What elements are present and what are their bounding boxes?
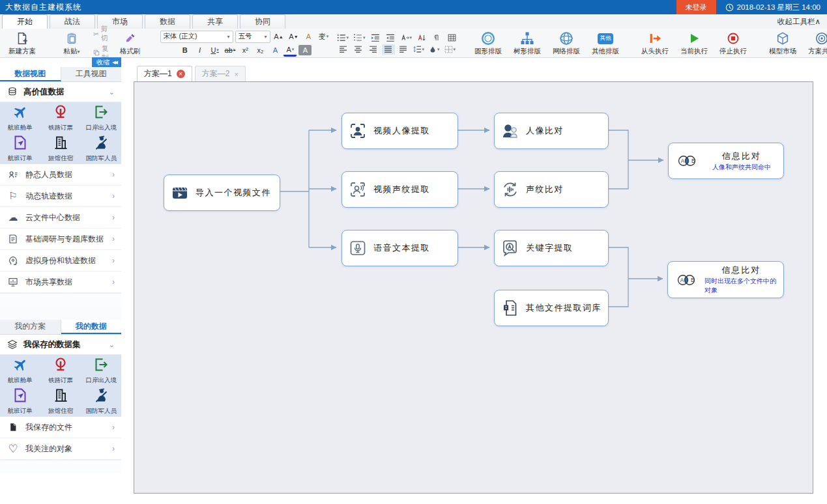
other-layout-button[interactable]: 其他 其他排版 <box>586 30 625 57</box>
voiceprint-compare-icon <box>495 180 526 199</box>
paste-button[interactable]: 粘贴▾ <box>52 30 91 57</box>
tile-military-personnel[interactable]: 国防军人员 <box>81 386 121 416</box>
new-plan-button[interactable]: 新建方案 <box>3 30 42 57</box>
run-current-button[interactable]: 当前执行 <box>675 30 714 57</box>
tile-hotel-stay[interactable]: 旅馆住宿 <box>40 386 80 416</box>
tile-rail-ticket[interactable]: 铁路订票 <box>40 356 80 385</box>
italic-button[interactable]: I <box>194 45 207 55</box>
line-spacing-button[interactable]: ▾ <box>412 44 426 55</box>
char-border-button[interactable]: A <box>268 45 282 55</box>
category-virtual-identity[interactable]: 虚拟身份和轨迹数据 › <box>0 250 121 272</box>
font-size-select[interactable]: 五号 ▾ <box>235 31 270 43</box>
tile-hotel-stay[interactable]: 旅馆住宿 <box>40 133 80 163</box>
category-research-library[interactable]: 基础调研与专题库数据 › <box>0 229 121 250</box>
align-distribute-button[interactable] <box>397 44 410 55</box>
underline-button[interactable]: U▾ <box>209 45 222 55</box>
tab-data-view[interactable]: 数据视图 <box>0 67 61 81</box>
circle-layout-button[interactable]: 圆形排版 <box>469 30 508 57</box>
node-voiceprint-compare[interactable]: 声纹比对 <box>494 171 609 208</box>
align-right-button[interactable] <box>367 44 380 55</box>
menu-tab-share[interactable]: 共享 <box>192 14 238 29</box>
numbered-list-button[interactable]: ▾ <box>352 33 367 43</box>
node-keyword-extract[interactable]: 关键字提取 <box>494 230 609 266</box>
tile-border-entry-exit[interactable]: 口岸出入境 <box>81 103 121 133</box>
category-static-persons[interactable]: 静态人员数据 › <box>0 164 121 186</box>
category-cloud-files[interactable]: ☁ 云文件中心数据 › <box>0 207 121 229</box>
menu-tab-data[interactable]: 数据 <box>145 14 190 29</box>
plan-share-button[interactable]: 方案共享 <box>802 30 827 57</box>
align-justify-button[interactable] <box>382 44 395 55</box>
saved-tile-grid: 航班舱单 铁路订票 口岸出入境 航班订单 旅馆住宿 国防军人员 <box>0 355 121 417</box>
section-saved-datasets[interactable]: 我保存的数据集 ⌄ <box>0 335 121 355</box>
node-speech-to-text[interactable]: 语音文本提取 <box>341 230 458 266</box>
font-color-button[interactable]: A▾ <box>283 44 297 57</box>
tab-my-data[interactable]: 我的数据 <box>61 320 122 334</box>
cut-button[interactable]: ✂ 剪切 <box>91 25 111 43</box>
category-dynamic-tracks[interactable]: ⚐ 动态轨迹数据 › <box>0 186 121 207</box>
collapse-toolbar-button[interactable]: 收起工具栏∧ <box>777 15 820 29</box>
text-effects-button[interactable]: A <box>302 31 315 42</box>
show-marks-button[interactable] <box>430 33 443 43</box>
stop-execution-button[interactable]: 停止执行 <box>714 30 753 57</box>
node-info-compare-face-voice[interactable]: AB 信息比对 人像和声纹共同命中 <box>668 143 784 179</box>
node-video-voiceprint-extract[interactable]: 视频声纹提取 <box>341 171 458 208</box>
tile-flight-manifest[interactable]: 航班舱单 <box>0 103 40 133</box>
font-family-select[interactable]: 宋体 (正文) ▾ <box>160 31 233 43</box>
sidebar-collapse-button[interactable]: 收缩 ◀◀ <box>92 57 121 67</box>
bold-button[interactable]: B <box>179 45 192 55</box>
align-center-button[interactable] <box>352 44 365 55</box>
run-from-start-button[interactable]: 从头执行 <box>635 30 675 57</box>
shading-button[interactable]: ▾ <box>428 44 441 55</box>
cube-outline-icon <box>776 31 790 46</box>
doc-tab-plan-1[interactable]: 方案—1 × <box>137 66 192 81</box>
flow-canvas[interactable]: 导入一个视频文件 视频人像提取 视频声纹提取 语音文本提取 人像比对 声纹比对 <box>134 81 813 494</box>
sort-button[interactable] <box>415 33 428 43</box>
borders-button[interactable]: ▾ <box>443 44 457 55</box>
node-other-files-lexicon[interactable]: 其他文件提取词库 <box>494 290 609 326</box>
tile-border-entry-exit[interactable]: 口岸出入境 <box>81 356 121 385</box>
network-layout-button[interactable]: 网络排版 <box>547 30 586 57</box>
node-face-compare[interactable]: 人像比对 <box>494 113 609 149</box>
menu-tab-start[interactable]: 开始 <box>2 14 48 29</box>
login-status-badge[interactable]: 未登录 <box>676 0 716 14</box>
outdent-button[interactable] <box>369 33 382 43</box>
char-scale-button[interactable]: ▾ <box>399 33 414 43</box>
insert-table-button[interactable] <box>445 33 458 43</box>
close-tab-icon[interactable]: × <box>234 70 238 78</box>
menu-tab-tactics[interactable]: 战法 <box>50 14 95 29</box>
tab-my-plans[interactable]: 我的方案 <box>0 320 61 334</box>
doc-tab-plan-2[interactable]: 方案—2 × <box>195 66 246 81</box>
venn-diagram-icon: AB <box>668 271 704 289</box>
my-followed-objects[interactable]: ♡ 我关注的对象 › <box>0 438 121 460</box>
strikethrough-button[interactable]: ab▾ <box>224 45 237 55</box>
superscript-button[interactable]: x² <box>239 45 252 55</box>
section-high-value-data[interactable]: 高价值数据 ⌄ <box>0 82 121 102</box>
indent-button[interactable] <box>384 33 397 43</box>
grow-font-button[interactable]: A▲ <box>272 31 285 42</box>
tile-flight-order[interactable]: 航班订单 <box>0 386 40 416</box>
change-case-button[interactable]: 变▾ <box>317 31 330 42</box>
close-tab-icon[interactable]: × <box>177 70 185 78</box>
align-left-button[interactable] <box>337 44 350 55</box>
my-saved-files[interactable]: 我保存的文件 › <box>0 417 121 438</box>
menu-tab-collab[interactable]: 协同 <box>240 14 285 29</box>
shrink-font-button[interactable]: A▼ <box>287 31 300 42</box>
tab-tool-view[interactable]: 工具视图 <box>61 67 122 81</box>
subscript-button[interactable]: x₂ <box>254 45 267 55</box>
target-icon <box>815 31 827 46</box>
tile-rail-ticket[interactable]: 铁路订票 <box>40 103 80 133</box>
format-painter-button[interactable]: 格式刷 <box>111 30 150 57</box>
node-info-compare-multifile[interactable]: AB 信息比对 同时出现在多个文件中的对象 <box>667 261 784 298</box>
bullet-list-button[interactable]: ▾ <box>336 33 351 43</box>
highlight-button[interactable]: A <box>298 45 312 55</box>
tile-flight-order[interactable]: 航班订单 <box>0 133 40 163</box>
model-market-button[interactable]: 模型市场 <box>763 30 802 57</box>
tree-layout-button[interactable]: 树形排版 <box>508 30 547 57</box>
node-import-video-file[interactable]: 导入一个视频文件 <box>164 175 280 211</box>
microphone-icon <box>342 239 373 257</box>
category-market-shared[interactable]: 市场共享数据 › <box>0 272 121 293</box>
railway-icon <box>53 104 68 122</box>
node-video-face-extract[interactable]: 视频人像提取 <box>341 113 458 149</box>
tile-flight-manifest[interactable]: 航班舱单 <box>0 356 40 385</box>
tile-military-personnel[interactable]: 国防军人员 <box>81 133 121 163</box>
